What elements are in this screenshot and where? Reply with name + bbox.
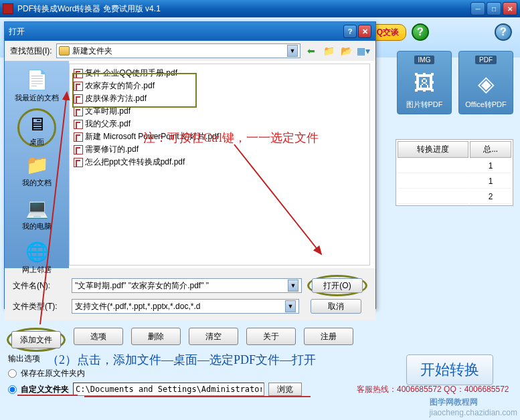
pdf-file-icon bbox=[74, 69, 83, 78]
open-button[interactable]: 打开(O) bbox=[312, 278, 363, 293]
table-row[interactable]: 1 bbox=[398, 175, 511, 189]
list-item[interactable]: 农家弃女的简介.pdf bbox=[72, 80, 367, 92]
open-dialog-title: 打开 bbox=[9, 26, 342, 37]
place-documents[interactable]: 📁 我的文档 bbox=[9, 150, 65, 191]
desktop-icon: 🖥 bbox=[25, 112, 49, 136]
lookin-label: 查找范围(I): bbox=[10, 45, 52, 57]
maximize-button[interactable]: □ bbox=[487, 2, 501, 15]
back-icon[interactable]: ⬅ bbox=[305, 44, 318, 58]
clear-button[interactable]: 清空 bbox=[189, 328, 238, 345]
list-item[interactable]: 文革时期.pdf bbox=[72, 105, 367, 118]
documents-icon: 📁 bbox=[25, 152, 49, 177]
help-blue-button[interactable]: ? bbox=[495, 23, 512, 41]
options-button[interactable]: 选项 bbox=[74, 328, 123, 345]
register-button[interactable]: 注册 bbox=[304, 328, 353, 345]
col-progress[interactable]: 转换进度 bbox=[398, 141, 468, 158]
computer-icon: 💻 bbox=[25, 196, 49, 220]
chevron-down-icon: ▼ bbox=[288, 280, 298, 292]
pdf-file-icon bbox=[74, 82, 83, 91]
add-file-button[interactable]: 添加文件 bbox=[11, 331, 61, 348]
hotline-text: 客服热线：4006685572 QQ：4006685572 bbox=[357, 384, 509, 395]
pdf-file-icon bbox=[74, 132, 83, 142]
chevron-down-icon: ▼ bbox=[285, 300, 296, 312]
delete-button[interactable]: 删除 bbox=[131, 328, 181, 345]
progress-table: 转换进度 总... 1 1 2 bbox=[396, 139, 513, 206]
table-row[interactable]: 1 bbox=[398, 159, 511, 173]
file-list[interactable]: 复件 企业QQ使用手册.pdf 农家弃女的简介.pdf 皮肤保养方法.pdf 文… bbox=[69, 64, 370, 266]
tile-badge: IMG bbox=[414, 56, 435, 64]
filename-input[interactable]: "文革时期.pdf" "农家弃女的简介.pdf" " ▼ bbox=[72, 278, 302, 293]
start-convert-button[interactable]: 开始转换 bbox=[406, 354, 493, 385]
place-network[interactable]: 🌐 网上邻居 bbox=[9, 237, 65, 278]
tile-badge: PDF bbox=[475, 56, 497, 64]
col-total[interactable]: 总... bbox=[470, 141, 511, 158]
app-icon bbox=[3, 3, 13, 14]
tile-name: 图片转PDF bbox=[406, 100, 443, 110]
browse-button[interactable]: 浏览 bbox=[268, 383, 302, 396]
filetype-label: 文件类型(T): bbox=[13, 301, 66, 312]
tile-img-to-pdf[interactable]: IMG 🖼 图片转PDF bbox=[397, 51, 452, 114]
up-icon[interactable]: 📁 bbox=[322, 44, 335, 58]
pdf-file-icon bbox=[74, 145, 83, 154]
chevron-down-icon: ▼ bbox=[287, 45, 298, 57]
close-button[interactable]: ✕ bbox=[503, 2, 517, 15]
dialog-close-button[interactable]: ✕ bbox=[358, 25, 371, 38]
annotation-underline bbox=[17, 395, 78, 396]
view-menu-icon[interactable]: ▦▾ bbox=[357, 44, 370, 58]
list-item[interactable]: 皮肤保养方法.pdf bbox=[72, 92, 367, 105]
pdf-file-icon bbox=[74, 94, 83, 104]
cancel-button[interactable]: 取消 bbox=[311, 299, 361, 314]
place-desktop[interactable]: 🖥 桌面 bbox=[17, 108, 56, 147]
place-computer[interactable]: 💻 我的电脑 bbox=[9, 193, 65, 234]
window-title: PDF转换成Word转换器 免费试用版 v4.1 bbox=[17, 3, 470, 15]
radio-custom-label: 自定义文件夹 bbox=[21, 384, 69, 395]
output-path-input[interactable] bbox=[73, 383, 264, 396]
recent-icon: 📄 bbox=[25, 68, 49, 92]
main-titlebar: PDF转换成Word转换器 免费试用版 v4.1 ─ □ ✕ bbox=[0, 0, 520, 17]
table-row[interactable]: 2 bbox=[398, 190, 511, 204]
filename-label: 文件名(N): bbox=[13, 280, 66, 292]
dialog-help-button[interactable]: ? bbox=[343, 25, 357, 38]
list-item[interactable]: 怎么把ppt文件转换成pdf.pdf bbox=[72, 156, 367, 169]
open-dialog: 打开 ? ✕ 查找范围(I): 新建文件夹 ▼ ⬅ 📁 📂 ▦▾ 📄 我最近的文… bbox=[4, 21, 376, 309]
lookin-value: 新建文件夹 bbox=[72, 45, 112, 57]
radio-same-label: 保存在原文件夹内 bbox=[21, 368, 85, 379]
place-recent[interactable]: 📄 我最近的文档 bbox=[9, 65, 65, 106]
about-button[interactable]: 关于 bbox=[246, 328, 296, 345]
list-item[interactable]: 复件 企业QQ使用手册.pdf bbox=[72, 67, 367, 80]
watermark: 图学网教程网 jiaocheng.chazidian.com bbox=[430, 397, 517, 417]
folder-icon bbox=[59, 46, 70, 56]
radio-custom-folder[interactable] bbox=[8, 385, 17, 394]
pdf-file-icon bbox=[74, 120, 83, 129]
open-dialog-titlebar: 打开 ? ✕ bbox=[5, 22, 375, 41]
output-legend: 输出选项 bbox=[8, 353, 40, 364]
pdf-file-icon bbox=[74, 107, 83, 116]
help-green-button[interactable]: ? bbox=[412, 23, 429, 41]
tile-name: Office转PDF bbox=[465, 100, 507, 110]
annotation-underline bbox=[84, 396, 311, 397]
annotation-text: 注：可按住Ctrl键，一一选定文件 bbox=[143, 130, 319, 146]
radio-same-folder[interactable] bbox=[8, 369, 17, 378]
list-item[interactable]: 我的父亲.pdf bbox=[72, 118, 367, 130]
network-icon: 🌐 bbox=[25, 239, 49, 264]
new-folder-icon[interactable]: 📂 bbox=[339, 44, 353, 58]
filetype-select[interactable]: 支持文件(*.pdf,*.ppt,*.pptx,*.doc,*.d ▼ bbox=[72, 299, 299, 314]
places-bar: 📄 我最近的文档 🖥 桌面 📁 我的文档 💻 我的电脑 🌐 网上邻 bbox=[5, 61, 69, 268]
lookin-select[interactable]: 新建文件夹 ▼ bbox=[56, 43, 300, 58]
minimize-button[interactable]: ─ bbox=[470, 2, 485, 15]
tile-office-to-pdf[interactable]: PDF ◈ Office转PDF bbox=[458, 51, 513, 114]
image-icon: 🖼 bbox=[414, 67, 435, 100]
pdf-icon: ◈ bbox=[478, 67, 495, 100]
step-annotation: （2）点击，添加文件—桌面—选定PDF文件—打开 bbox=[47, 352, 316, 368]
pdf-file-icon bbox=[74, 158, 83, 167]
